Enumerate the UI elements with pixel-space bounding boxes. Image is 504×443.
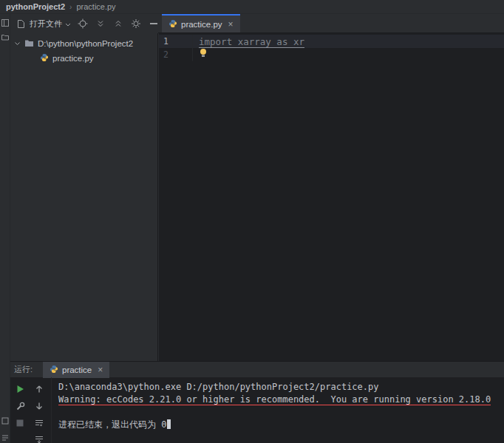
breadcrumb-file[interactable]: practice.py <box>76 2 115 11</box>
rerun-button[interactable] <box>14 383 26 395</box>
project-toolwindow-icon[interactable] <box>1 19 9 27</box>
tree-row-project-root[interactable]: D:\python\pythonProject2 <box>10 36 157 51</box>
wrench-icon[interactable] <box>14 400 26 412</box>
dropdown-arrow-icon <box>65 19 71 28</box>
run-tab-label: practice <box>62 365 92 374</box>
python-icon <box>40 53 49 63</box>
text-cursor <box>167 419 171 429</box>
tree-file-label: practice.py <box>52 54 94 63</box>
run-toolbar <box>10 377 52 443</box>
breadcrumb: pythonProject2 › practice.py <box>0 0 504 14</box>
editor-line-2[interactable]: 2 <box>159 48 504 61</box>
scroll-to-end-button[interactable] <box>33 434 45 443</box>
project-panel: D:\python\pythonProject2 practice.py <box>10 33 158 361</box>
console-exit-line: 进程已结束，退出代码为 0 <box>58 419 504 431</box>
close-icon[interactable]: × <box>228 19 234 30</box>
folder-icon <box>24 39 34 49</box>
soft-wrap-button[interactable] <box>33 417 45 429</box>
editor-line-1[interactable]: 1 import xarray as xr <box>159 35 504 48</box>
lightbulb-icon[interactable] <box>199 48 208 61</box>
problems-toolwindow-icon[interactable] <box>1 434 9 442</box>
code-import-statement[interactable]: import xarray as xr <box>199 35 304 48</box>
breadcrumb-project[interactable]: pythonProject2 <box>6 2 65 11</box>
editor-tab-strip: practice.py × <box>158 14 504 33</box>
run-label: 运行: <box>10 364 35 375</box>
gear-icon[interactable] <box>130 18 142 30</box>
pycharm-window: pythonProject2 › practice.py 打开文件 <box>0 0 504 443</box>
select-opened-file-button[interactable] <box>77 18 89 30</box>
open-file-icon <box>15 18 27 30</box>
tree-root-label: D:\python\pythonProject2 <box>38 39 133 48</box>
tool-window-stripe <box>0 14 10 443</box>
console-blank-line <box>58 406 504 419</box>
python-icon <box>50 365 58 375</box>
stop-button[interactable] <box>14 417 26 429</box>
run-panel: 运行: practice × <box>10 361 504 443</box>
line-number-1: 1 <box>159 35 193 48</box>
down-arrow-button[interactable] <box>33 400 45 412</box>
run-toolwindow-icon[interactable] <box>1 417 9 425</box>
run-console[interactable]: D:\anaconda3\python.exe D:/python/python… <box>52 377 504 443</box>
bookmarks-toolwindow-icon[interactable] <box>1 33 9 41</box>
console-warning-line: Warning: ecCodes 2.21.0 or higher is rec… <box>58 394 504 406</box>
run-panel-header: 运行: practice × <box>10 361 504 377</box>
up-arrow-button[interactable] <box>33 383 45 395</box>
open-files-selector[interactable]: 打开文件 <box>15 18 71 30</box>
console-command-line: D:\anaconda3\python.exe D:/python/python… <box>58 381 504 394</box>
chevron-down-icon[interactable] <box>14 39 21 48</box>
collapse-all-button[interactable] <box>112 18 124 30</box>
editor-tab-label: practice.py <box>181 20 222 29</box>
run-tab-practice[interactable]: practice × <box>43 362 109 378</box>
close-icon[interactable]: × <box>98 365 103 375</box>
open-files-label: 打开文件 <box>30 18 62 30</box>
line-number-2: 2 <box>159 48 193 61</box>
tree-row-practice-file[interactable]: practice.py <box>10 51 157 66</box>
exit-text: 进程已结束，退出代码为 0 <box>58 419 166 430</box>
breadcrumb-separator: › <box>69 3 72 11</box>
project-panel-toolbar: 打开文件 <box>10 14 158 33</box>
python-icon <box>168 19 177 30</box>
expand-all-button[interactable] <box>95 18 106 30</box>
warning-text: Warning: ecCodes 2.21.0 or higher is rec… <box>58 394 491 405</box>
run-panel-body: D:\anaconda3\python.exe D:/python/python… <box>10 377 504 443</box>
code-editor[interactable]: 1 import xarray as xr 2 <box>159 33 504 361</box>
editor-tab-practice[interactable]: practice.py × <box>162 14 240 32</box>
